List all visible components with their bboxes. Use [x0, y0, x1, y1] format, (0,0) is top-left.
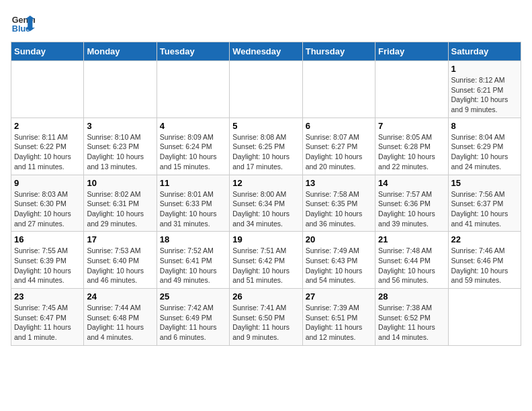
day-number: 27	[306, 291, 372, 302]
calendar-cell: 14Sunrise: 7:57 AM Sunset: 6:36 PM Dayli…	[375, 175, 448, 232]
calendar-cell: 17Sunrise: 7:53 AM Sunset: 6:40 PM Dayli…	[84, 232, 157, 289]
calendar-cell: 21Sunrise: 7:48 AM Sunset: 6:44 PM Dayli…	[375, 232, 448, 289]
day-info: Sunrise: 7:38 AM Sunset: 6:52 PM Dayligh…	[378, 303, 445, 342]
calendar-cell: 12Sunrise: 8:00 AM Sunset: 6:34 PM Dayli…	[230, 175, 302, 232]
day-info: Sunrise: 7:48 AM Sunset: 6:44 PM Dayligh…	[378, 246, 445, 285]
day-number: 19	[232, 234, 299, 244]
day-number: 4	[160, 121, 226, 131]
calendar-cell	[84, 61, 157, 118]
day-number: 1	[451, 64, 518, 74]
calendar-cell	[375, 61, 448, 118]
day-info: Sunrise: 7:57 AM Sunset: 6:36 PM Dayligh…	[378, 189, 445, 229]
weekday-header-friday: Friday	[375, 42, 448, 61]
calendar-week-1: 1Sunrise: 8:12 AM Sunset: 6:21 PM Daylig…	[11, 61, 521, 118]
day-number: 22	[451, 234, 518, 244]
calendar-week-2: 2Sunrise: 8:11 AM Sunset: 6:22 PM Daylig…	[11, 118, 521, 175]
calendar-cell: 25Sunrise: 7:42 AM Sunset: 6:49 PM Dayli…	[157, 289, 229, 346]
day-number: 20	[306, 234, 372, 244]
calendar-week-4: 16Sunrise: 7:55 AM Sunset: 6:39 PM Dayli…	[11, 232, 521, 289]
day-number: 23	[14, 291, 81, 302]
day-number: 7	[378, 121, 445, 131]
day-number: 12	[232, 178, 299, 188]
day-info: Sunrise: 8:12 AM Sunset: 6:21 PM Dayligh…	[451, 75, 518, 115]
weekday-header-monday: Monday	[84, 42, 157, 61]
calendar-cell	[230, 61, 302, 118]
day-info: Sunrise: 8:11 AM Sunset: 6:22 PM Dayligh…	[14, 132, 81, 172]
calendar-cell: 24Sunrise: 7:44 AM Sunset: 6:48 PM Dayli…	[84, 289, 157, 346]
calendar-cell	[448, 289, 521, 346]
logo: General Blue	[11, 11, 35, 35]
day-info: Sunrise: 7:42 AM Sunset: 6:49 PM Dayligh…	[160, 303, 226, 342]
day-number: 16	[14, 234, 81, 244]
day-number: 6	[306, 121, 372, 131]
day-number: 21	[378, 234, 445, 244]
day-info: Sunrise: 8:03 AM Sunset: 6:30 PM Dayligh…	[14, 189, 81, 229]
calendar-cell: 5Sunrise: 8:08 AM Sunset: 6:25 PM Daylig…	[230, 118, 302, 175]
weekday-header-saturday: Saturday	[448, 42, 521, 61]
calendar-cell: 6Sunrise: 8:07 AM Sunset: 6:27 PM Daylig…	[302, 118, 375, 175]
calendar-cell: 9Sunrise: 8:03 AM Sunset: 6:30 PM Daylig…	[11, 175, 84, 232]
day-info: Sunrise: 7:58 AM Sunset: 6:35 PM Dayligh…	[306, 189, 372, 229]
weekday-header-wednesday: Wednesday	[230, 42, 302, 61]
day-number: 2	[14, 121, 81, 131]
day-info: Sunrise: 7:52 AM Sunset: 6:41 PM Dayligh…	[160, 246, 226, 285]
day-number: 14	[378, 178, 445, 188]
calendar-cell: 16Sunrise: 7:55 AM Sunset: 6:39 PM Dayli…	[11, 232, 84, 289]
header: General Blue	[11, 11, 521, 35]
calendar-cell: 4Sunrise: 8:09 AM Sunset: 6:24 PM Daylig…	[157, 118, 229, 175]
calendar-cell: 7Sunrise: 8:05 AM Sunset: 6:28 PM Daylig…	[375, 118, 448, 175]
calendar-cell: 26Sunrise: 7:41 AM Sunset: 6:50 PM Dayli…	[230, 289, 302, 346]
calendar-cell: 2Sunrise: 8:11 AM Sunset: 6:22 PM Daylig…	[11, 118, 84, 175]
calendar-cell: 10Sunrise: 8:02 AM Sunset: 6:31 PM Dayli…	[84, 175, 157, 232]
day-number: 15	[451, 178, 518, 188]
day-number: 25	[160, 291, 226, 302]
day-number: 10	[87, 178, 153, 188]
calendar-header: SundayMondayTuesdayWednesdayThursdayFrid…	[11, 42, 521, 61]
calendar-week-5: 23Sunrise: 7:45 AM Sunset: 6:47 PM Dayli…	[11, 289, 521, 346]
calendar-cell: 15Sunrise: 7:56 AM Sunset: 6:37 PM Dayli…	[448, 175, 521, 232]
day-number: 24	[87, 291, 153, 302]
day-number: 8	[451, 121, 518, 131]
day-info: Sunrise: 8:07 AM Sunset: 6:27 PM Dayligh…	[306, 132, 372, 172]
day-info: Sunrise: 7:49 AM Sunset: 6:43 PM Dayligh…	[306, 246, 372, 285]
calendar-cell: 19Sunrise: 7:51 AM Sunset: 6:42 PM Dayli…	[230, 232, 302, 289]
day-info: Sunrise: 7:44 AM Sunset: 6:48 PM Dayligh…	[87, 303, 153, 342]
weekday-row: SundayMondayTuesdayWednesdayThursdayFrid…	[11, 42, 521, 61]
logo-icon: General Blue	[11, 11, 35, 35]
day-number: 26	[232, 291, 299, 302]
day-number: 9	[14, 178, 81, 188]
day-info: Sunrise: 7:41 AM Sunset: 6:50 PM Dayligh…	[232, 303, 299, 342]
day-number: 3	[87, 121, 153, 131]
day-number: 17	[87, 234, 153, 244]
day-number: 5	[232, 121, 299, 131]
calendar-cell	[157, 61, 229, 118]
day-info: Sunrise: 8:00 AM Sunset: 6:34 PM Dayligh…	[232, 189, 299, 229]
calendar-cell	[302, 61, 375, 118]
day-info: Sunrise: 7:51 AM Sunset: 6:42 PM Dayligh…	[232, 246, 299, 285]
day-info: Sunrise: 8:09 AM Sunset: 6:24 PM Dayligh…	[160, 132, 226, 172]
calendar-cell: 22Sunrise: 7:46 AM Sunset: 6:46 PM Dayli…	[448, 232, 521, 289]
weekday-header-tuesday: Tuesday	[157, 42, 229, 61]
calendar-cell: 11Sunrise: 8:01 AM Sunset: 6:33 PM Dayli…	[157, 175, 229, 232]
day-info: Sunrise: 8:04 AM Sunset: 6:29 PM Dayligh…	[451, 132, 518, 172]
calendar-cell: 20Sunrise: 7:49 AM Sunset: 6:43 PM Dayli…	[302, 232, 375, 289]
day-info: Sunrise: 7:56 AM Sunset: 6:37 PM Dayligh…	[451, 189, 518, 229]
calendar-week-3: 9Sunrise: 8:03 AM Sunset: 6:30 PM Daylig…	[11, 175, 521, 232]
day-info: Sunrise: 7:53 AM Sunset: 6:40 PM Dayligh…	[87, 246, 153, 285]
day-info: Sunrise: 7:46 AM Sunset: 6:46 PM Dayligh…	[451, 246, 518, 285]
calendar-body: 1Sunrise: 8:12 AM Sunset: 6:21 PM Daylig…	[11, 61, 521, 346]
weekday-header-sunday: Sunday	[11, 42, 84, 61]
day-info: Sunrise: 8:01 AM Sunset: 6:33 PM Dayligh…	[160, 189, 226, 229]
day-number: 28	[378, 291, 445, 302]
day-number: 18	[160, 234, 226, 244]
day-info: Sunrise: 8:08 AM Sunset: 6:25 PM Dayligh…	[232, 132, 299, 172]
weekday-header-thursday: Thursday	[302, 42, 375, 61]
day-info: Sunrise: 7:45 AM Sunset: 6:47 PM Dayligh…	[14, 303, 81, 342]
calendar-cell: 13Sunrise: 7:58 AM Sunset: 6:35 PM Dayli…	[302, 175, 375, 232]
day-info: Sunrise: 8:10 AM Sunset: 6:23 PM Dayligh…	[87, 132, 153, 172]
calendar-cell: 18Sunrise: 7:52 AM Sunset: 6:41 PM Dayli…	[157, 232, 229, 289]
day-info: Sunrise: 7:55 AM Sunset: 6:39 PM Dayligh…	[14, 246, 81, 285]
calendar-cell: 23Sunrise: 7:45 AM Sunset: 6:47 PM Dayli…	[11, 289, 84, 346]
calendar-cell: 3Sunrise: 8:10 AM Sunset: 6:23 PM Daylig…	[84, 118, 157, 175]
calendar-cell: 8Sunrise: 8:04 AM Sunset: 6:29 PM Daylig…	[448, 118, 521, 175]
